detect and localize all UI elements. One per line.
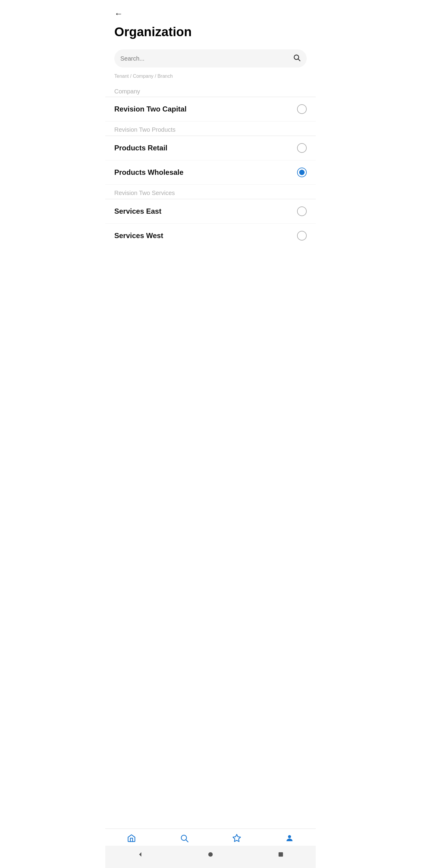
list-item-products-wholesale[interactable]: Products Wholesale (105, 160, 316, 185)
radio-button-revision-two-capital[interactable] (297, 104, 307, 114)
item-label-services-east: Services East (114, 207, 161, 216)
svg-line-1 (298, 59, 300, 61)
group-label-revision-two-services: Revision Two Services (105, 185, 316, 199)
breadcrumb: Tenant / Company / Branch (105, 73, 316, 85)
content: Company Revision Two Capital Revision Tw… (105, 85, 316, 434)
list-item-services-west[interactable]: Services West (105, 224, 316, 248)
back-arrow-icon: ← (114, 9, 123, 19)
item-label-services-west: Services West (114, 231, 163, 240)
list-item-revision-two-capital[interactable]: Revision Two Capital (105, 97, 316, 121)
item-label-products-retail: Products Retail (114, 144, 168, 152)
page-title: Organization (114, 25, 307, 39)
radio-button-services-east[interactable] (297, 207, 307, 216)
radio-button-products-retail[interactable] (297, 143, 307, 153)
search-bar (114, 50, 307, 67)
search-input[interactable] (120, 55, 293, 62)
list-item-products-retail[interactable]: Products Retail (105, 136, 316, 160)
item-label-revision-two-capital: Revision Two Capital (114, 105, 187, 113)
screen: ← Organization Tenant / Company / Branch… (105, 0, 316, 434)
radio-button-products-wholesale[interactable] (297, 167, 307, 177)
search-icon (293, 54, 301, 63)
group-label-revision-two-products: Revision Two Products (105, 121, 316, 135)
radio-inner-products-wholesale (299, 170, 305, 175)
item-label-products-wholesale: Products Wholesale (114, 168, 183, 177)
radio-button-services-west[interactable] (297, 231, 307, 241)
list-item-services-east[interactable]: Services East (105, 199, 316, 224)
section-header-company: Company (105, 85, 316, 97)
search-container (105, 50, 316, 73)
back-button[interactable]: ← (114, 9, 123, 19)
header: ← Organization (105, 0, 316, 50)
